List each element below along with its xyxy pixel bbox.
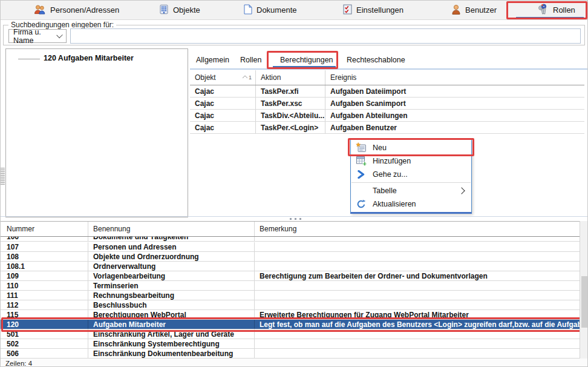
table-row[interactable]: Cajac TaskPer.xsc Aufgaben Scanimport [190, 98, 584, 110]
cell-bemerkung: Legt fest, ob man auf die Aufgaben des B… [255, 320, 580, 329]
tab-label: Allgemein [196, 56, 229, 64]
cell-bemerkung [255, 281, 580, 290]
table-row-selected[interactable]: 120 Aufgaben Mitarbeiter Legt fest, ob m… [1, 320, 580, 329]
menu-item-tabelle[interactable]: Tabelle [351, 184, 471, 197]
cell-benennung: Einschränkung Artikel, Lager und Geräte [88, 329, 255, 339]
cell-objekt: Cajac [190, 122, 256, 133]
table-row[interactable]: 112 Beschlussbuch [1, 300, 580, 310]
menu-item-label: Hinzufügen [373, 157, 411, 165]
toolbar-tab-einstellungen[interactable]: Einstellungen [343, 1, 403, 19]
selected-role-item[interactable]: 120 Aufgaben Mitarbeiter [44, 54, 134, 62]
cell-ereignis: Aufgaben Benutzer [325, 122, 584, 133]
tab-rollen[interactable]: Rollen [234, 52, 267, 68]
cell-benennung: Vorlagenbearbeitung [88, 271, 255, 280]
column-label: Ereignis [330, 73, 356, 82]
column-label: Aktion [261, 73, 281, 82]
table-row[interactable]: 506 Einschränkung Dokumentenbearbeitung [1, 349, 580, 359]
table-row[interactable]: 107 Personen und Adressen [1, 242, 580, 252]
tab-label: Berechtigungen [280, 56, 333, 64]
active-detail-tab-indicator [273, 66, 336, 68]
toolbar-tab-benutzer[interactable]: Benutzer [451, 1, 497, 19]
status-bar: Zeilen: 4 [1, 359, 588, 367]
scrollbar-thumb[interactable] [581, 276, 588, 328]
toolbar-tab-personen-adressen[interactable]: Personen/Adressen [34, 1, 119, 19]
table-row[interactable]: 111 Rechnungsbearbeitung [1, 291, 580, 300]
clipped-table-row[interactable]: 106 Dokumente und Tätigkeiten [1, 236, 580, 242]
search-conditions-group: Suchbedingungen eingeben für: Firma u. N… [3, 25, 585, 45]
tab-allgemein[interactable]: Allgemein [190, 52, 235, 68]
menu-item-hinzufuegen[interactable]: Hinzufügen [351, 154, 471, 168]
table-row[interactable]: 108.1 Ordnerverwaltung [1, 262, 580, 271]
cell-nummer: 107 [1, 242, 88, 251]
cell-benennung: Berechtigungen WebPortal [88, 310, 255, 319]
permissions-table: Objekt 1 Aktion Ereignis Cajac TaskPer.x… [190, 70, 584, 134]
column-header-bemerkung[interactable]: Bemerkung [255, 222, 580, 236]
table-row[interactable]: 501 Einschränkung Artikel, Lager und Ger… [1, 329, 580, 339]
cell-benennung: Einschränkung Dokumentenbearbeitung [88, 349, 255, 358]
keys-icon [537, 3, 549, 17]
column-header-nummer[interactable]: Nummer [1, 222, 88, 236]
table-row[interactable]: 502 Einschränkung Systemberechtigung [1, 339, 580, 349]
cell-objekt: Cajac [190, 110, 256, 121]
refresh-icon [356, 199, 367, 210]
table-row[interactable]: 110 Terminserien [1, 281, 580, 291]
table-row[interactable]: Cajac TaskPer.<Login> Aufgaben Benutzer [190, 122, 584, 134]
blank-icon-slot [356, 185, 367, 196]
cell-ereignis: Aufgaben Abteilungen [325, 110, 584, 121]
column-header-benennung[interactable]: Benennung [88, 222, 255, 236]
roles-table-header: Nummer Benennung Bemerkung [1, 221, 580, 237]
menu-item-neu[interactable]: Neu [351, 141, 471, 154]
toolbar-tab-objekte[interactable]: Objekte [159, 1, 200, 19]
tab-rechteschablone[interactable]: Rechteschablone [341, 52, 411, 68]
toolbar-tab-label: Einstellungen [356, 5, 403, 15]
search-field-value: Firma u. Name [13, 28, 57, 45]
cell-bemerkung [255, 252, 580, 261]
tree-connector-line [18, 59, 40, 59]
splitter-grip-vertical[interactable] [1, 168, 5, 185]
cell-bemerkung [255, 329, 580, 339]
document-icon [244, 4, 252, 16]
menu-item-gehe-zu[interactable]: Gehe zu... [351, 168, 471, 181]
cell-aktion: TaskPer.xsc [256, 98, 325, 109]
table-row[interactable]: Cajac TaskPer.xfi Aufgaben Dateiimport [190, 85, 584, 98]
cell-bemerkung [255, 262, 580, 271]
row-count-text: Zeilen: 4 [5, 360, 32, 367]
cell-nummer: 106 [1, 236, 88, 241]
roles-list-panel: 120 Aufgaben Mitarbeiter [5, 48, 188, 217]
menu-item-aktualisieren[interactable]: Aktualisieren [351, 197, 471, 211]
column-label: Nummer [7, 225, 34, 233]
table-row[interactable]: 115 Berechtigungen WebPortal Erweiterte … [1, 310, 580, 320]
column-header-ereignis[interactable]: Ereignis [325, 70, 584, 85]
add-table-icon [356, 156, 367, 167]
cell-objekt: Cajac [190, 98, 256, 109]
submenu-chevron-icon [458, 187, 465, 194]
menu-item-label: Tabelle [373, 187, 397, 195]
cell-aktion: TaskPer.xfi [256, 85, 325, 97]
cell-benennung: Personen und Adressen [88, 242, 255, 251]
vertical-scrollbar[interactable] [580, 221, 588, 359]
cell-benennung: Beschlussbuch [88, 300, 255, 309]
menu-item-label: Neu [373, 144, 387, 152]
main-toolbar: Personen/Adressen Objekte [1, 1, 588, 20]
cell-bemerkung [255, 349, 580, 358]
cell-bemerkung [255, 236, 580, 241]
column-label: Objekt [195, 73, 216, 82]
app-window: Personen/Adressen Objekte [0, 0, 588, 367]
panel-splitter-line [1, 216, 588, 217]
search-field-select[interactable]: Firma u. Name [8, 29, 67, 43]
search-input[interactable] [70, 28, 581, 44]
table-row[interactable]: Cajac TaskDiv.<Abteilu... Aufgaben Abtei… [190, 110, 584, 122]
checklist-icon [343, 4, 352, 16]
splitter-handle[interactable] [290, 218, 301, 220]
table-row[interactable]: 108 Objekte und Ordnerzuordnung [1, 252, 580, 262]
cell-benennung: Rechnungsbearbeitung [88, 291, 255, 300]
menu-item-label: Gehe zu... [373, 170, 408, 179]
toolbar-tab-dokumente[interactable]: Dokumente [244, 1, 296, 19]
table-row[interactable]: 109 Vorlagenbearbeitung Berechtigung zum… [1, 271, 580, 281]
cell-benennung: Ordnerverwaltung [88, 262, 255, 271]
column-header-aktion[interactable]: Aktion [256, 70, 325, 85]
cell-nummer: 108 [1, 252, 88, 261]
cell-nummer: 506 [1, 349, 88, 358]
cell-benennung: Terminserien [88, 281, 255, 290]
column-header-objekt[interactable]: Objekt 1 [190, 70, 256, 85]
